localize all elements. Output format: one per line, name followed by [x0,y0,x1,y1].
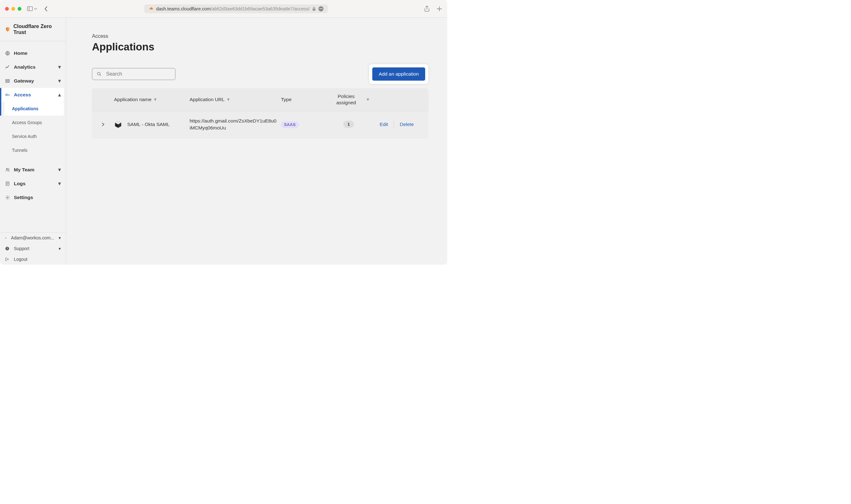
minimize-window-button[interactable] [11,7,15,11]
svg-point-12 [8,168,9,169]
gateway-icon [5,78,10,84]
nav-settings[interactable]: Settings [2,191,64,204]
th-application-url[interactable]: Application URL▾ [189,93,281,106]
nav-access-label: Access [14,92,31,98]
lock-icon [312,6,316,11]
sort-icon: ▾ [154,97,157,102]
toolbar: Add an application [92,64,428,84]
reader-icon[interactable]: ••• [319,6,324,11]
footer-support[interactable]: ? Support ▾ [0,243,66,254]
nav-analytics[interactable]: Analytics ▾ [2,60,64,74]
access-icon [5,92,10,97]
svg-point-15 [6,237,6,238]
search-input[interactable] [106,71,171,77]
page-title: Applications [92,41,428,53]
svg-point-18 [97,72,100,75]
nav-my-team-label: My Team [14,167,34,173]
url-text: dash.teams.cloudflare.com/ab62d3ae63dd1b… [156,6,310,11]
subnav-service-auth[interactable]: Service Auth [4,129,64,143]
url-bar[interactable]: dash.teams.cloudflare.com/ab62d3ae63dd1b… [48,4,424,13]
nav-settings-label: Settings [14,195,33,200]
chevron-down-icon: ▾ [58,78,61,84]
nav-logs-label: Logs [14,181,25,186]
th-application-name[interactable]: Application name▾ [114,93,189,106]
footer-support-label: Support [14,246,29,251]
svg-rect-9 [6,81,10,82]
expand-row-button[interactable] [92,122,114,127]
analytics-icon [5,65,10,70]
svg-point-4 [5,68,6,68]
back-button[interactable] [44,6,48,12]
chevron-down-icon: ▾ [59,235,61,240]
edit-button[interactable]: Edit [374,122,394,127]
share-icon[interactable] [424,6,430,12]
nav-my-team[interactable]: My Team ▾ [2,163,64,177]
chevron-down-icon: ▾ [58,167,61,173]
footer-logout-label: Logout [14,257,28,262]
sidebar: Cloudflare Zero Trust Home Analytics ▾ G… [0,18,66,265]
nav-gateway[interactable]: Gateway ▾ [2,74,64,88]
delete-button[interactable]: Delete [394,122,419,127]
applications-table: Application name▾ Application URL▾ Type … [92,88,428,138]
team-icon [5,167,10,172]
primary-nav: Home Analytics ▾ Gateway ▾ Access ▴ [0,41,66,102]
footer-user-label: Adam@workos.com... [11,235,54,240]
chevron-down-icon: ▾ [58,64,61,70]
search-icon [97,72,102,76]
maximize-window-button[interactable] [18,7,21,11]
nav-home-label: Home [14,50,28,56]
type-badge: SAAS [281,121,299,128]
th-policies[interactable]: Policies assigned▾ [328,93,369,106]
th-type[interactable]: Type [281,93,328,106]
logs-icon [5,181,10,186]
svg-rect-0 [28,6,33,11]
sidebar-toggle-button[interactable] [27,6,37,11]
app-name: SAML - Okta SAML [127,122,170,127]
chevron-down-icon: ▾ [58,181,61,186]
window-controls [5,7,21,11]
user-icon [5,236,6,240]
new-tab-icon[interactable] [436,6,442,12]
svg-rect-8 [6,79,10,80]
gear-icon [5,195,10,200]
sort-icon: ▾ [367,97,369,102]
brand[interactable]: Cloudflare Zero Trust [0,18,66,41]
nav-access[interactable]: Access ▴ [2,88,64,102]
shield-icon [5,26,10,32]
svg-point-10 [6,94,7,95]
footer-user[interactable]: Adam@workos.com... ▾ [0,232,66,243]
table-row: SAML - Okta SAML https://auth.gmail.com/… [92,111,428,137]
subnav-access-groups[interactable]: Access Groups [4,115,64,129]
policies-count-badge: 1 [343,121,354,128]
chevron-down-icon [34,8,37,10]
svg-point-14 [7,197,8,198]
svg-point-11 [6,168,7,169]
footer-logout[interactable]: Logout [0,254,66,265]
cloudflare-favicon-icon [149,6,154,11]
chevron-right-icon [102,122,105,127]
add-application-button[interactable]: Add an application [372,67,425,80]
nav-gateway-label: Gateway [14,78,34,84]
app-url: https://auth.gmail.com/ZsXbeDY1uE8u0iMCM… [189,118,281,131]
main-content: Access Applications Add an application A… [66,18,447,265]
sidebar-footer: Adam@workos.com... ▾ ? Support ▾ Logout [0,232,66,265]
subnav-applications[interactable]: Applications [4,102,64,115]
access-subnav: Applications Access Groups Service Auth … [0,102,66,157]
brand-title: Cloudflare Zero Trust [13,23,61,35]
svg-point-6 [7,67,8,68]
search-box[interactable] [92,68,176,80]
nav-logs[interactable]: Logs ▾ [2,177,64,191]
nav-home[interactable]: Home [2,46,64,60]
globe-icon [5,51,10,56]
close-window-button[interactable] [5,7,9,11]
chevron-down-icon: ▾ [59,246,61,251]
svg-text:?: ? [6,247,8,250]
table-header: Application name▾ Application URL▾ Type … [92,88,428,111]
chevron-up-icon: ▴ [58,92,61,98]
subnav-tunnels[interactable]: Tunnels [4,143,64,157]
help-icon: ? [5,246,10,251]
svg-rect-2 [313,8,315,11]
svg-point-5 [6,67,7,67]
nav-analytics-label: Analytics [14,64,36,70]
svg-point-7 [8,65,9,66]
